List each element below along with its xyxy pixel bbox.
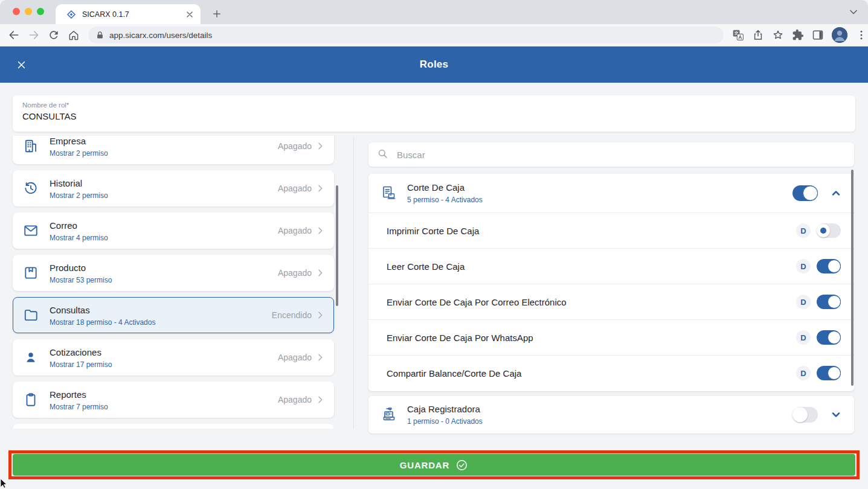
chevron-up-icon[interactable] — [830, 187, 842, 199]
reload-icon[interactable] — [48, 29, 60, 41]
category-item-historial[interactable]: Historial Mostrar 2 permiso Apagado — [13, 170, 334, 206]
tab-title: SICARX 0.1.7 — [82, 10, 185, 19]
url-bar[interactable]: app.sicarx.com/users/details — [88, 27, 724, 43]
save-button[interactable]: GUARDAR — [13, 454, 855, 476]
category-subtitle: Mostrar 4 permiso — [50, 234, 278, 242]
browser-toolbar: app.sicarx.com/users/details — [0, 24, 868, 46]
search-input[interactable] — [396, 149, 846, 161]
category-title: Reportes — [50, 389, 278, 400]
detail-badge[interactable]: D — [796, 259, 811, 273]
permission-toggle[interactable] — [817, 295, 841, 309]
detail-badge[interactable]: D — [796, 330, 811, 345]
close-icon[interactable] — [16, 60, 27, 70]
folder-icon — [23, 307, 39, 323]
permission-row: Compartir Balance/Corte De Caja D — [368, 355, 854, 391]
role-name-input[interactable] — [22, 111, 385, 121]
permission-group-caja-registradora: Caja Registradora 1 permiso - 0 Activado… — [368, 396, 854, 433]
url-text: app.sicarx.com/users/details — [109, 31, 212, 40]
share-icon[interactable] — [752, 29, 764, 41]
person-icon — [23, 350, 39, 365]
category-status: Apagado — [278, 353, 312, 362]
dialog-title: Roles — [0, 59, 868, 71]
category-subtitle: Mostrar 17 permiso — [50, 360, 278, 369]
detail-badge[interactable]: D — [796, 223, 811, 238]
chevron-down-icon[interactable] — [830, 409, 842, 421]
receipt-register-icon — [381, 185, 397, 202]
chevron-right-icon — [315, 353, 325, 362]
translate-icon[interactable] — [732, 29, 744, 41]
chevron-right-icon — [315, 395, 325, 404]
category-title: Producto — [50, 262, 278, 273]
back-icon[interactable] — [8, 29, 20, 41]
permission-toggle[interactable] — [817, 259, 841, 273]
group-title: Corte De Caja — [407, 182, 792, 193]
dialog-header: Roles — [0, 46, 868, 83]
role-name-card: Nombre de rol* — [13, 95, 855, 132]
category-status: Apagado — [278, 395, 312, 404]
side-panel-icon[interactable] — [812, 29, 824, 41]
profile-avatar[interactable] — [832, 27, 847, 43]
star-icon[interactable] — [772, 29, 784, 41]
category-item-correo[interactable]: Correo Mostrar 4 permiso Apagado — [13, 213, 334, 249]
category-item-consultas[interactable]: Consultas Mostrar 18 permiso - 4 Activad… — [13, 297, 334, 333]
permission-label: Enviar Corte De Caja Por Correo Electrón… — [387, 297, 796, 307]
extensions-icon[interactable] — [792, 29, 804, 41]
group-toggle[interactable] — [792, 407, 818, 423]
tab-overview-chevron-icon[interactable] — [847, 6, 860, 18]
category-item-cotizaciones[interactable]: Cotizaciones Mostrar 17 permiso Apagado — [13, 339, 334, 376]
category-item-producto[interactable]: Producto Mostrar 53 permiso Apagado — [13, 255, 334, 291]
lock-icon — [95, 31, 104, 40]
detail-badge[interactable]: D — [796, 366, 811, 380]
category-title: Correo — [50, 220, 278, 231]
minimize-window-button[interactable] — [25, 8, 32, 15]
building-icon — [23, 138, 39, 154]
tab-strip: SICARX 0.1.7 — [0, 0, 868, 24]
permission-row: Imprimir Corte De Caja D — [368, 213, 854, 248]
search-bar[interactable] — [368, 142, 854, 167]
category-item-partial[interactable] — [13, 424, 334, 429]
chevron-right-icon — [315, 141, 325, 151]
category-subtitle: Mostrar 18 permiso - 4 Activados — [50, 318, 272, 327]
tab-close-icon[interactable] — [185, 10, 194, 19]
category-title: Cotizaciones — [50, 347, 278, 358]
group-toggle[interactable] — [792, 185, 818, 201]
permission-toggle[interactable] — [817, 366, 841, 380]
category-item-empresa[interactable]: Empresa Mostrar 2 permiso Apagado — [13, 136, 334, 164]
group-header[interactable]: Corte De Caja 5 permiso - 4 Activados — [368, 174, 854, 213]
chevron-right-icon — [315, 184, 325, 193]
permission-label: Enviar Corte De Caja Por WhatsApp — [387, 333, 796, 343]
role-name-label: Nombre de rol* — [22, 101, 846, 109]
category-subtitle: Mostrar 2 permiso — [50, 191, 278, 200]
menu-icon[interactable] — [855, 29, 867, 41]
permission-toggle[interactable] — [817, 223, 841, 238]
window-controls[interactable] — [13, 8, 44, 15]
panel-divider — [353, 138, 354, 429]
clipboard-icon — [23, 392, 39, 408]
group-header[interactable]: Caja Registradora 1 permiso - 0 Activado… — [368, 396, 854, 433]
forward-icon[interactable] — [28, 29, 40, 41]
new-tab-button[interactable] — [209, 6, 225, 22]
browser-tab[interactable]: SICARX 0.1.7 — [56, 4, 201, 24]
left-scrollbar[interactable] — [336, 185, 338, 306]
permission-row: Leer Corte De Caja D — [368, 248, 854, 284]
close-window-button[interactable] — [13, 8, 20, 15]
categories-list: Empresa Mostrar 2 permiso Apagado Histor… — [0, 136, 346, 429]
permission-row: Enviar Corte De Caja Por Correo Electrón… — [368, 284, 854, 319]
right-scrollbar[interactable] — [851, 170, 854, 386]
permission-toggle[interactable] — [817, 330, 841, 345]
category-title: Empresa — [50, 136, 278, 147]
category-title: Historial — [50, 177, 278, 189]
permission-row: Enviar Corte De Caja Por WhatsApp D — [368, 319, 854, 355]
diamond-favicon-icon — [66, 10, 76, 19]
category-status: Encendido — [272, 310, 312, 320]
home-icon[interactable] — [68, 29, 80, 41]
mouse-cursor — [0, 478, 8, 489]
maximize-window-button[interactable] — [37, 8, 44, 15]
detail-badge[interactable]: D — [796, 295, 811, 309]
cash-register-icon — [381, 406, 397, 423]
package-icon — [23, 265, 39, 281]
chevron-right-icon — [315, 226, 325, 235]
category-item-reportes[interactable]: Reportes Mostrar 7 permiso Apagado — [13, 382, 334, 418]
mail-icon — [23, 223, 39, 238]
category-status: Apagado — [278, 184, 312, 193]
